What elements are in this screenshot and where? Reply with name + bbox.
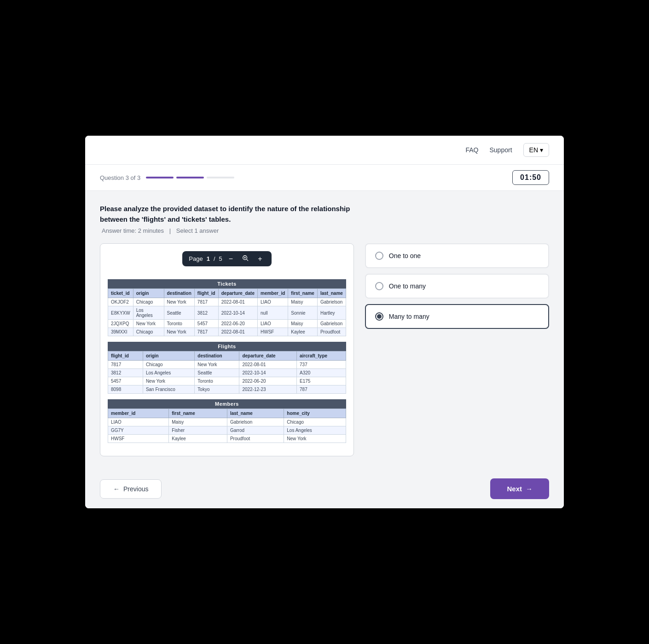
radio-many-to-many-dot <box>377 314 382 319</box>
flights-table: Flights flight_id origin destination dep… <box>108 342 346 394</box>
option-many-to-many[interactable]: Many to many <box>365 304 549 329</box>
timer-display: 01:50 <box>512 170 549 185</box>
faq-link[interactable]: FAQ <box>465 146 478 154</box>
zoom-out-button[interactable]: − <box>226 254 236 264</box>
option-one-to-one-label: One to one <box>389 252 421 259</box>
page-total: 5 <box>219 255 222 262</box>
table-row: 2JQXPQNew YorkToronto54572022-06-20LIAOM… <box>108 320 346 328</box>
table-row: HWSFKayleeProudfootNew York <box>108 435 346 443</box>
option-one-to-one[interactable]: One to one <box>365 243 549 268</box>
language-selector[interactable]: EN ▾ <box>523 143 549 157</box>
segment-3 <box>207 177 234 178</box>
members-table-title: Members <box>108 399 346 408</box>
tickets-table-title: Tickets <box>108 279 346 288</box>
page-label: Page <box>189 255 203 262</box>
page-controls: Page 1 / 5 − + <box>182 251 271 266</box>
answer-options: One to one One to many Many to many <box>365 243 549 329</box>
table-row: E8KYXWLos AngelesSeattle38122022-10-14nu… <box>108 306 346 320</box>
dataset-panel: Page 1 / 5 − + <box>100 243 354 456</box>
content-area: Page 1 / 5 − + <box>100 243 549 456</box>
previous-button[interactable]: Previous <box>100 479 162 499</box>
table-row: 7817ChicagoNew York2022-08-01737 <box>108 361 346 369</box>
main-content: Please analyze the provided dataset to i… <box>85 191 564 469</box>
flights-table-title: Flights <box>108 342 346 351</box>
radio-one-to-many <box>375 282 383 290</box>
arrow-right-icon <box>526 485 533 493</box>
progress-bar-area: Question 3 of 3 01:50 <box>85 165 564 191</box>
answer-time: Answer time: 2 minutes <box>102 227 164 234</box>
radio-many-to-many <box>375 312 383 321</box>
progress-segments <box>146 177 234 178</box>
zoom-plus-button[interactable]: + <box>255 254 265 264</box>
arrow-left-icon <box>113 485 120 493</box>
segment-2 <box>176 177 204 178</box>
table-row: 8098San FranciscoTokyo2022-12-23787 <box>108 385 346 394</box>
table-row: OKJOF2ChicagoNew York78172022-08-01LIAOM… <box>108 298 346 306</box>
table-row: 3812Los AngelesSeattle2022-10-14A320 <box>108 369 346 377</box>
option-many-to-many-label: Many to many <box>389 313 429 320</box>
segment-1 <box>146 177 174 178</box>
answer-meta: Answer time: 2 minutes | Select 1 answer <box>100 227 549 234</box>
next-button[interactable]: Next <box>490 478 549 499</box>
next-label: Next <box>507 485 522 493</box>
header: FAQ Support EN ▾ <box>85 136 564 165</box>
radio-one-to-one <box>375 252 383 260</box>
table-row: LIAOMaisyGabrielsonChicago <box>108 418 346 426</box>
table-row: 39MXXIChicagoNew York78172022-08-01HWSFK… <box>108 328 346 336</box>
chevron-down-icon: ▾ <box>540 146 543 154</box>
page-current: 1 <box>207 255 210 262</box>
previous-label: Previous <box>123 485 148 493</box>
option-one-to-many[interactable]: One to many <box>365 274 549 299</box>
option-one-to-many-label: One to many <box>389 282 426 290</box>
zoom-in-icon[interactable] <box>239 254 251 264</box>
question-text: Please analyze the provided dataset to i… <box>100 204 549 224</box>
table-row: 5457New YorkToronto2022-06-20E175 <box>108 377 346 385</box>
support-link[interactable]: Support <box>490 146 512 154</box>
select-label: Select 1 answer <box>176 227 219 234</box>
tickets-table: Tickets ticket_id origin destination fli… <box>108 279 346 336</box>
footer-nav: Previous Next <box>85 469 564 508</box>
svg-line-1 <box>247 259 249 261</box>
table-row: GG7YFisherGarrodLos Angeles <box>108 426 346 435</box>
page-separator: / <box>214 255 215 262</box>
question-counter: Question 3 of 3 <box>100 174 234 181</box>
counter-text: Question 3 of 3 <box>100 174 140 181</box>
members-table: Members member_id first_name last_name h… <box>108 399 346 443</box>
